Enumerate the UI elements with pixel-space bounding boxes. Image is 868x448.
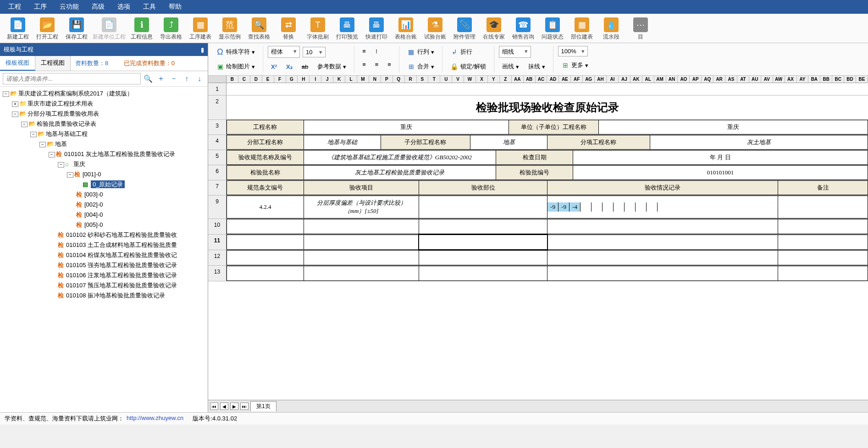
cell[interactable]: 《建筑地基基础工程施工质量验收规范》GB50202-2002 — [304, 151, 496, 165]
toolbar-1[interactable]: 📂打开工程 — [34, 17, 61, 41]
col-header[interactable]: AY — [797, 76, 809, 83]
cell-unit-name[interactable]: 重庆 — [598, 120, 868, 134]
col-header[interactable]: AH — [595, 76, 607, 83]
col-header[interactable]: AK — [630, 76, 642, 83]
add-icon[interactable]: ＋ — [155, 73, 166, 84]
toolbar-5[interactable]: ⤴导出表格 — [158, 17, 184, 41]
tab-last-icon[interactable]: ⏭ — [240, 403, 249, 410]
tree-s5[interactable]: 010105 强夯地基工程检验批质量验收记录 — [66, 262, 177, 269]
merge-button[interactable]: ⊞合并▾ — [404, 61, 437, 73]
col-header[interactable]: AE — [559, 76, 571, 83]
draw-pic-button[interactable]: ▣绘制图片▾ — [213, 61, 258, 73]
col-header[interactable]: AL — [642, 76, 654, 83]
search-icon[interactable]: 🔍 — [143, 73, 154, 84]
col-header[interactable]: AP — [690, 76, 702, 83]
col-header[interactable]: B — [227, 76, 238, 83]
toolbar-10[interactable]: T字体批刷 — [304, 17, 331, 41]
toolbar-6[interactable]: ▦工序建表 — [187, 17, 214, 41]
tree-leaf3[interactable]: [002]-0 — [84, 201, 103, 208]
erase-line-button[interactable]: 抹线▾ — [525, 61, 548, 73]
tree-root[interactable]: 重庆建设工程档案编制系统2017（建筑版） — [18, 90, 133, 97]
row-header[interactable]: 3 — [208, 120, 227, 135]
special-char-button[interactable]: Ω特殊字符▾ — [213, 46, 258, 58]
row-header[interactable]: 1 — [208, 83, 227, 95]
col-header[interactable]: S — [417, 76, 429, 83]
col-header[interactable]: BE — [856, 76, 868, 83]
tree-s6[interactable]: 010106 注浆地基工程检验批质量验收记录 — [66, 272, 177, 279]
row-header[interactable]: 9 — [208, 196, 227, 219]
toolbar-2[interactable]: 💾保存工程 — [63, 17, 90, 41]
col-header[interactable]: K — [333, 76, 345, 83]
col-header[interactable]: T — [428, 76, 440, 83]
row-col-button[interactable]: ▦行列▾ — [404, 46, 437, 58]
project-tree[interactable]: −📂重庆建设工程档案编制系统2017（建筑版） +📁重庆市建设工程技术用表 −📂… — [0, 87, 208, 412]
cell[interactable] — [778, 196, 868, 218]
col-header[interactable]: BC — [832, 76, 844, 83]
pin-icon[interactable]: ▮ — [201, 46, 204, 53]
toolbar-19[interactable]: ▦部位建表 — [569, 17, 595, 41]
toolbar-15[interactable]: 📎附件管理 — [451, 17, 478, 41]
col-header[interactable]: AW — [773, 76, 785, 83]
toolbar-8[interactable]: 🔍查找表格 — [246, 17, 272, 41]
menu-tools[interactable]: 工具 — [143, 3, 156, 11]
cell[interactable]: 灰土地基 — [650, 135, 868, 150]
menu-options[interactable]: 选项 — [117, 3, 130, 11]
col-header[interactable]: Q — [393, 76, 405, 83]
col-header[interactable]: AG — [583, 76, 595, 83]
tree-s7[interactable]: 010107 预压地基工程检验批质量验收记录 — [66, 282, 177, 289]
toolbar-14[interactable]: ⚗试验台账 — [422, 17, 448, 41]
col-header[interactable]: AJ — [619, 76, 630, 83]
up-icon[interactable]: ↑ — [181, 73, 192, 84]
line-style-select[interactable]: 细线 — [499, 46, 531, 58]
col-header[interactable]: C — [238, 76, 250, 83]
col-header[interactable]: AR — [713, 76, 725, 83]
cell-values[interactable]: -9-9-4 — [547, 196, 778, 218]
align-top-icon[interactable]: ⫶ — [372, 46, 381, 56]
more-button[interactable]: ⊞更多▾ — [558, 59, 592, 71]
tree-n6[interactable]: 010101 灰土地基工程检验批质量验收记录 — [64, 151, 175, 157]
font-select[interactable]: 楷体 — [268, 46, 300, 58]
col-header[interactable]: BB — [820, 76, 832, 83]
row-header[interactable]: 12 — [208, 250, 227, 266]
tree-s3[interactable]: 010103 土工合成材料地基工程检验批质量 — [66, 241, 177, 248]
down-icon[interactable]: ↓ — [194, 73, 205, 84]
col-header[interactable]: AQ — [702, 76, 713, 83]
sheet-tab-1[interactable]: 第1页 — [250, 401, 276, 411]
col-header[interactable]: AT — [737, 76, 749, 83]
cell-date[interactable]: 年 月 日 — [573, 151, 868, 165]
zoom-select[interactable]: 100% — [558, 46, 588, 56]
tree-selected-record[interactable]: 0_原始记录 — [91, 180, 125, 188]
menu-project[interactable]: 工程 — [8, 3, 21, 11]
col-header[interactable]: I — [310, 76, 321, 83]
row-header[interactable]: 6 — [208, 165, 227, 180]
menu-cloud[interactable]: 云功能 — [60, 3, 79, 11]
tree-n5[interactable]: 地基 — [55, 140, 67, 147]
row-header[interactable]: 10 — [208, 219, 227, 235]
tab-next-icon[interactable]: ▶ — [230, 403, 238, 410]
toolbar-11[interactable]: 🖶打印预览 — [334, 17, 360, 41]
col-header[interactable]: M — [357, 76, 369, 83]
col-header[interactable]: R — [405, 76, 417, 83]
toolbar-12[interactable]: 🖶快速打印 — [363, 17, 390, 41]
toolbar-4[interactable]: ℹ工程信息 — [128, 17, 155, 41]
row-header[interactable]: 4 — [208, 135, 227, 150]
row-header[interactable]: 7 — [208, 180, 227, 196]
tree-s2[interactable]: 010102 砂和砂石地基工程检验批质量验收 — [66, 231, 177, 238]
tree-leaf4[interactable]: [004]-0 — [84, 211, 103, 218]
cell[interactable]: 分层厚度偏差（与设计要求比较）（mm）[±50] — [304, 196, 419, 218]
toolbar-20[interactable]: 💧流水段 — [598, 17, 625, 41]
col-header[interactable]: E — [262, 76, 274, 83]
status-url[interactable]: http://www.zhuyew.cn — [127, 414, 183, 423]
cell-batch-no[interactable]: 010101001 — [573, 166, 868, 180]
tree-leaf2[interactable]: [003]-0 — [84, 191, 103, 198]
tab-first-icon[interactable]: ⏮ — [210, 403, 218, 410]
col-header[interactable]: AD — [547, 76, 559, 83]
toolbar-13[interactable]: 📊表格台账 — [393, 17, 419, 41]
col-header[interactable]: N — [369, 76, 381, 83]
col-header[interactable]: AS — [725, 76, 737, 83]
spreadsheet-area[interactable]: BCDEFGHIJKLMNPQRSTUVWXYZAAABACADAEAFAGAH… — [208, 76, 868, 400]
subscript-button[interactable]: X₂ — [283, 62, 296, 72]
tree-s4[interactable]: 010104 粉煤灰地基工程检验批质量验收记 — [66, 252, 177, 258]
col-header[interactable]: AB — [524, 76, 536, 83]
col-header[interactable]: AO — [678, 76, 690, 83]
